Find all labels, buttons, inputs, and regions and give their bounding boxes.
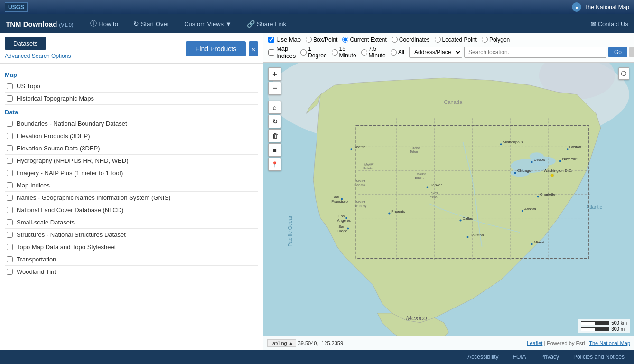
topo-map-data-checkbox[interactable] [7,244,13,250]
link-icon: 🔗 [247,20,255,28]
all-radio-label[interactable]: All [391,49,404,56]
contact-us-nav[interactable]: ✉ Contact Us [591,20,628,28]
address-select[interactable]: Address/Place [409,47,462,58]
use-map-checkbox-label[interactable]: Use Map [268,36,301,43]
delete-button[interactable]: 🗑 [268,129,281,142]
polygon-radio[interactable] [482,37,488,43]
custom-views-nav[interactable]: Custom Views ▼ [181,19,234,29]
privacy-link[interactable]: Privacy [541,354,559,360]
list-item[interactable]: National Land Cover Database (NLCD) [5,204,258,216]
map-controls: Use Map Box/Point Current Extent Coordin… [263,33,634,63]
refresh-map-button[interactable]: ↻ [268,115,281,128]
boundaries-checkbox[interactable] [7,121,13,127]
map-container[interactable]: Seattle San Francisco Los Angeles San Di… [263,63,634,336]
go-button[interactable]: Go [608,47,627,57]
list-item[interactable]: Map Indices [5,179,258,192]
list-item[interactable]: Topo Map Data and Topo Stylesheet [5,241,258,253]
polygon-radio-label[interactable]: Polygon [482,37,510,43]
list-item[interactable]: Boundaries - National Boundary Dataset [5,118,258,130]
1-degree-radio-label[interactable]: 1 Degree [300,46,326,59]
map-section-header: Map [5,71,258,78]
box-point-radio-label[interactable]: Box/Point [306,37,337,43]
list-item[interactable]: US Topo [5,80,258,93]
list-item[interactable]: Structures - National Structures Dataset [5,229,258,241]
list-item[interactable]: Transportation [5,253,258,266]
box-point-radio[interactable] [306,37,312,43]
pin-button[interactable]: 📍 [268,158,281,171]
indices-radio-group: 1 Degree 15 Minute 7.5 Minute All [300,46,404,59]
all-radio[interactable] [391,49,397,56]
share-link-nav[interactable]: 🔗 Share Link [244,18,289,29]
use-map-checkbox[interactable] [268,37,274,43]
list-item[interactable]: Elevation Source Data (3DEP) [5,142,258,155]
tnm-attribution[interactable]: The National Map [589,340,630,346]
national-map-icon: ● [572,2,581,12]
square-button[interactable]: ■ [268,143,281,157]
advanced-search-link[interactable]: Advanced Search Options [5,53,186,59]
leaflet-attribution[interactable]: Leaflet [527,340,542,346]
zoom-out-button[interactable]: − [268,82,281,95]
structures-label: Structures - National Structures Dataset [17,231,126,238]
coordinates-radio-label[interactable]: Coordinates [392,37,430,43]
woodland-tint-label: Woodland Tint [17,268,56,275]
historical-topo-checkbox[interactable] [7,95,13,102]
datasets-tab[interactable]: Datasets [5,37,46,50]
map-indices-checkbox-label[interactable]: Map Indices [268,45,296,59]
national-map-brand: ● The National Map [572,2,629,12]
list-item[interactable]: Imagery - NAIP Plus (1 meter to 1 foot) [5,167,258,179]
arrow-icon: ▲ [289,340,294,346]
list-item[interactable]: Historical Topographic Maps [5,93,258,105]
clear-button[interactable]: Clear [629,47,634,57]
map-indices-ctrl-checkbox[interactable] [268,49,274,56]
app-title: TNM Download (V1.0) [6,20,73,28]
refresh-icon: ↻ [133,20,139,28]
current-extent-radio[interactable] [342,37,348,43]
svg-text:Detroit: Detroit [534,158,545,162]
svg-point-43 [522,210,523,212]
map-svg[interactable]: Seattle San Francisco Los Angeles San Di… [263,63,634,336]
svg-text:Atlanta: Atlanta [524,207,536,211]
coordinates-radio[interactable] [392,37,398,43]
15-minute-radio[interactable] [332,49,338,56]
woodland-tint-checkbox[interactable] [7,269,13,275]
zoom-in-button[interactable]: + [268,67,281,81]
svg-text:Boston: Boston [569,145,581,149]
find-products-button[interactable]: Find Products [186,41,246,56]
layer-control[interactable]: ⚆ [618,67,629,80]
us-topo-checkbox[interactable] [7,83,13,89]
list-item[interactable]: Small-scale Datasets [5,216,258,229]
hydrography-checkbox[interactable] [7,158,13,164]
current-extent-radio-label[interactable]: Current Extent [342,37,386,43]
list-item[interactable]: Names - Geographic Names Information Sys… [5,192,258,204]
nlcd-checkbox[interactable] [7,207,13,213]
elevation-source-checkbox[interactable] [7,145,13,151]
1-degree-radio[interactable] [300,49,307,56]
list-item[interactable]: Woodland Tint [5,266,258,278]
elevation-3dep-checkbox[interactable] [7,133,13,139]
structures-checkbox[interactable] [7,232,13,238]
7-5-minute-radio-label[interactable]: 7.5 Minute [361,46,386,59]
map-indices-checkbox[interactable] [7,182,13,188]
accessibility-link[interactable]: Accessibility [467,354,498,360]
located-point-radio-label[interactable]: Located Point [435,37,477,43]
foia-link[interactable]: FOIA [513,354,526,360]
search-location-input[interactable] [464,47,606,58]
home-button[interactable]: ⌂ [268,101,281,114]
svg-point-29 [500,143,502,145]
15-minute-radio-label[interactable]: 15 Minute [332,46,356,59]
located-point-radio[interactable] [435,37,441,43]
map-panel[interactable]: Use Map Box/Point Current Extent Coordin… [263,33,634,350]
how-to-nav[interactable]: ⓘ How to [87,18,121,30]
transportation-checkbox[interactable] [7,256,13,262]
list-item[interactable]: Elevation Products (3DEP) [5,130,258,142]
list-item[interactable]: Hydrography (NHDPlus HR, NHD, WBD) [5,155,258,167]
7-5-minute-radio[interactable] [361,49,367,56]
policies-link[interactable]: Policies and Notices [573,354,625,360]
small-scale-checkbox[interactable] [7,219,13,225]
svg-text:Pacific Ocean: Pacific Ocean [287,215,293,247]
collapse-panel-button[interactable]: « [249,41,258,56]
lat-lng-label: Lat/Lng ▲ [267,339,296,347]
names-gnis-checkbox[interactable] [7,195,13,201]
imagery-naip-checkbox[interactable] [7,170,13,176]
start-over-nav[interactable]: ↻ Start Over [131,18,172,29]
